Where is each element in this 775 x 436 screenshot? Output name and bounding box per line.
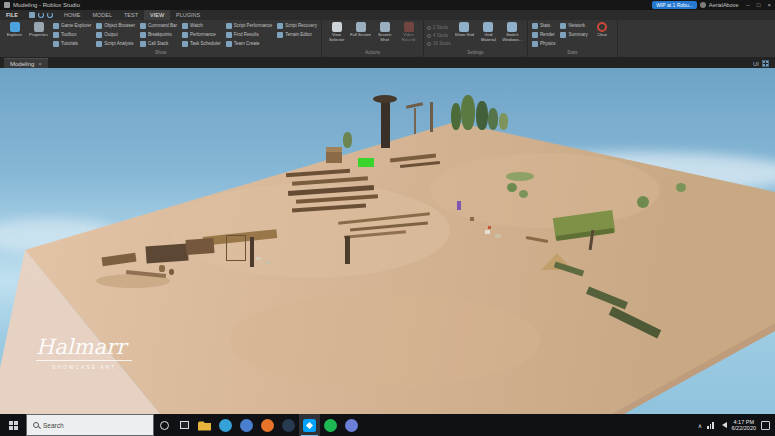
prop-crate-top (326, 147, 342, 152)
taskbar-app-steam[interactable] (278, 414, 299, 436)
ribbon-button-team-create[interactable]: Team Create (225, 40, 274, 48)
ribbon-button-script-recovery[interactable]: Script Recovery (276, 22, 318, 30)
menubar: FILE HOMEMODELTESTVIEWPLUGINS (0, 10, 775, 20)
stud-option-16-studs[interactable]: 16 Studs (427, 40, 451, 47)
menu-tab-plugins[interactable]: PLUGINS (170, 10, 206, 20)
save-icon[interactable] (29, 12, 35, 18)
taskbar-app-edge[interactable] (215, 414, 236, 436)
roblox-studio-app-icon (4, 2, 10, 8)
ribbon-button-properties[interactable]: Properties (27, 20, 50, 38)
tutorials-icon (53, 41, 59, 47)
taskbar-app-roblox-studio[interactable] (299, 414, 320, 436)
taskbar-search-input[interactable]: Search (26, 414, 154, 436)
menu-tab-view[interactable]: VIEW (144, 10, 170, 20)
ribbon-button-physics[interactable]: Physics (531, 40, 557, 48)
radio-icon (427, 26, 431, 30)
task-view-button[interactable] (174, 414, 194, 436)
clear-icon (597, 22, 607, 32)
ribbon-button-game-explorer[interactable]: Game Explorer (52, 22, 92, 30)
taskbar-app-spotify[interactable] (320, 414, 341, 436)
taskbar-app-file-explorer[interactable] (194, 414, 215, 436)
ribbon-button-view-selector[interactable]: View Selector (325, 20, 348, 42)
script-recovery-icon (277, 23, 283, 29)
task-view-icon (180, 421, 189, 429)
ribbon-button-render[interactable]: Render (531, 31, 557, 39)
redo-icon[interactable] (47, 12, 53, 18)
ribbon-button-grid-material[interactable]: Grid Material (477, 20, 500, 42)
ribbon-button-label: Grid Material (477, 33, 500, 42)
username[interactable]: AerialAbove (709, 2, 739, 8)
stud-option-2-studs[interactable]: 2 Studs (427, 24, 451, 31)
menu-tab-file[interactable]: FILE (0, 10, 24, 20)
start-button[interactable] (0, 414, 26, 436)
ribbon-button-show-grid[interactable]: Show Grid (453, 20, 476, 42)
ribbon-button-label: Script Performance (234, 22, 273, 30)
ui-panel-toggle[interactable]: UI (753, 60, 775, 68)
ribbon-button-object-browser[interactable]: Object Browser (95, 22, 136, 30)
ribbon: ExplorerProperties Game ExplorerToolboxT… (0, 20, 775, 57)
ribbon-column: StatsRenderPhysics (531, 20, 557, 48)
ribbon-button-output[interactable]: Output (95, 31, 136, 39)
ribbon-button-toolbox[interactable]: Toolbox (52, 31, 92, 39)
ribbon-button-clear[interactable]: Clear (591, 20, 614, 38)
taskbar-app-discord[interactable] (341, 414, 362, 436)
roblox-studio-window: Modeling - Roblox Studio WIP at 1 Robu..… (0, 0, 775, 436)
hidden-icons-chevron[interactable]: ∧ (698, 422, 702, 429)
avatar[interactable] (700, 2, 706, 8)
cortana-icon (160, 421, 169, 430)
taskbar-app-chrome[interactable] (236, 414, 257, 436)
minimize-button[interactable]: – (747, 2, 750, 8)
ribbon-button-screen-shot[interactable]: Screen Shot (373, 20, 396, 42)
menu-tab-model[interactable]: MODEL (86, 10, 118, 20)
performance-icon (182, 32, 188, 38)
ribbon-button-label: Show Grid (455, 33, 475, 38)
ribbon-button-video-record[interactable]: Video Record (397, 20, 420, 42)
menu-tab-test[interactable]: TEST (118, 10, 144, 20)
watermark-subtitle: Showcase Art (36, 364, 132, 370)
ribbon-button-switch-windows[interactable]: Switch Windows... (501, 20, 524, 42)
prop-bush (519, 190, 528, 198)
close-button[interactable]: × (767, 2, 771, 8)
prop-log-pile (400, 161, 440, 168)
quick-access-toolbar (24, 10, 58, 20)
ribbon-button-stats[interactable]: Stats (531, 22, 557, 30)
volume-icon[interactable] (719, 422, 727, 428)
prop-stick-scatter (526, 236, 548, 243)
undo-icon[interactable] (38, 12, 44, 18)
notification-center-icon[interactable] (761, 421, 770, 430)
close-tab-icon[interactable]: × (38, 61, 42, 67)
ribbon-button-call-stack[interactable]: Call Stack (139, 40, 178, 48)
ribbon-button-network[interactable]: Network (559, 22, 588, 30)
stud-option-4-studs[interactable]: 4 Studs (427, 32, 451, 39)
search-icon (33, 422, 39, 428)
wip-badge[interactable]: WIP at 1 Robu... (652, 1, 697, 9)
prop-moss-log (586, 286, 628, 309)
ribbon-button-full-screen[interactable]: Full Screen (349, 20, 372, 38)
ribbon-button-tutorials[interactable]: Tutorials (52, 40, 92, 48)
maximize-button[interactable]: □ (757, 2, 761, 8)
terrain-editor-icon (277, 32, 283, 38)
ribbon-button-summary[interactable]: Summary (559, 31, 588, 39)
ribbon-button-performance[interactable]: Performance (181, 31, 222, 39)
viewport-3d[interactable]: Halmarr Showcase Art (0, 68, 775, 414)
ribbon-button-watch[interactable]: Watch (181, 22, 222, 30)
window-controls: – □ × (747, 2, 771, 8)
ribbon-button-breakpoints[interactable]: Breakpoints (139, 31, 178, 39)
ribbon-button-terrain-editor[interactable]: Terrain Editor (276, 31, 318, 39)
ribbon-button-script-performance[interactable]: Script Performance (225, 22, 274, 30)
clock[interactable]: 4:17 PM 6/22/2020 (732, 419, 756, 432)
prop-pine-tree (451, 103, 461, 130)
ribbon-button-task-scheduler[interactable]: Task Scheduler (181, 40, 222, 48)
network-icon[interactable] (707, 422, 714, 429)
ribbon-button-command-bar[interactable]: Command Bar (139, 22, 178, 30)
ribbon-button-script-analysis[interactable]: Script Analysis (95, 40, 136, 48)
ribbon-button-explorer[interactable]: Explorer (3, 20, 26, 38)
document-tab-modeling[interactable]: Modeling × (4, 58, 48, 68)
menu-tab-home[interactable]: HOME (58, 10, 87, 20)
ribbon-button-find-results[interactable]: Find Results (225, 31, 274, 39)
ribbon-group-show: ExplorerProperties Game ExplorerToolboxT… (0, 20, 322, 57)
taskbar-app-firefox[interactable] (257, 414, 278, 436)
cortana-button[interactable] (154, 414, 174, 436)
properties-icon (34, 22, 44, 32)
command-bar-icon (140, 23, 146, 29)
